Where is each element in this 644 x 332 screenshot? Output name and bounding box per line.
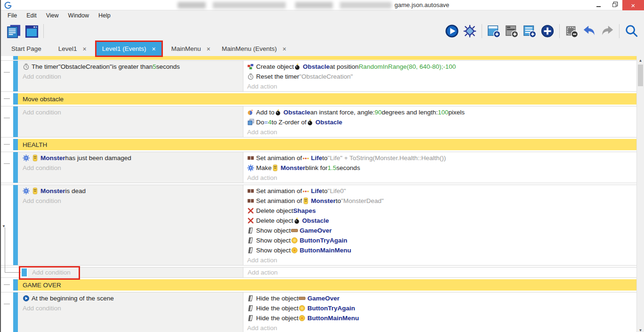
collapse-arrow-icon[interactable]: ▼ — [2, 224, 6, 228]
monster-icon — [32, 154, 39, 162]
delete-event-button[interactable] — [563, 22, 580, 40]
tab-start-page[interactable]: Start Page — [6, 41, 53, 56]
tab-level1[interactable]: Level1× — [53, 41, 92, 56]
add-subevent-button[interactable] — [503, 22, 521, 40]
redo-button[interactable] — [598, 22, 616, 40]
tab-bar: Start PageLevel1×Level1 (Events)×MainMen… — [1, 41, 644, 56]
scrollbar-thumb[interactable] — [638, 65, 643, 86]
create-object-icon — [247, 63, 254, 70]
event-handle[interactable] — [13, 152, 18, 183]
gameover-icon — [291, 227, 298, 234]
text-segment: to — [322, 187, 328, 194]
action-item[interactable]: Delete object Obstacle — [247, 216, 636, 226]
undo-button[interactable] — [580, 22, 598, 40]
subevent-handle[interactable] — [22, 268, 27, 276]
scene-editor-button[interactable] — [23, 22, 40, 40]
action-item[interactable]: Add to Obstacle an instant force, angle:… — [247, 107, 636, 117]
action-item[interactable]: Create object Obstacle at position Rando… — [247, 62, 636, 72]
action-item[interactable]: Set animation of Life to "Life" + ToStri… — [247, 153, 636, 163]
tab-close-icon[interactable]: × — [83, 45, 87, 53]
add-comment-button[interactable] — [521, 22, 539, 40]
action-item[interactable]: Show object ButtonTryAgain — [247, 235, 636, 245]
condition-item[interactable]: Monster is dead — [23, 186, 243, 196]
text-segment: to — [336, 197, 341, 204]
add-condition-button[interactable]: Add condition — [23, 196, 243, 206]
text-segment: is greater than — [112, 63, 153, 70]
action-item[interactable]: Hide the object ButtonTryAgain — [247, 303, 636, 313]
event-handle[interactable] — [13, 292, 18, 332]
subevent-row: ▼Add conditionAdd action — [1, 267, 636, 278]
animation-icon — [247, 197, 254, 204]
condition-item[interactable]: The timer "ObstacleCreation" is greater … — [23, 62, 243, 72]
add-condition-button[interactable]: Add condition — [23, 107, 243, 117]
add-action-button[interactable]: Add action — [247, 173, 636, 183]
vertical-scrollbar[interactable]: ▲▼ — [636, 56, 644, 332]
annotation-box-active-tab: Level1 (Events)× — [95, 40, 163, 57]
delete-event-icon — [564, 24, 579, 38]
event-handle[interactable] — [13, 93, 18, 105]
tab-mainmenu[interactable]: MainMenu× — [166, 41, 216, 56]
restore-button[interactable] — [606, 0, 622, 10]
comment-row: Move obstacle — [1, 93, 636, 105]
project-manager-button[interactable] — [5, 22, 23, 40]
action-item[interactable]: Hide the object ButtonMainMenu — [247, 313, 636, 323]
text-segment: Hide the object — [256, 295, 298, 302]
comment-banner[interactable]: GAME OVER — [18, 279, 636, 291]
add-condition-button[interactable]: Add condition — [23, 72, 243, 81]
scroll-down-button[interactable]: ▼ — [637, 327, 644, 332]
condition-item[interactable]: At the beginning of the scene — [23, 293, 243, 303]
event-handle[interactable] — [13, 139, 18, 150]
close-button[interactable]: × — [622, 0, 644, 10]
condition-item[interactable]: Monster has just been damaged — [23, 153, 243, 163]
text-segment: Set animation of — [256, 197, 302, 204]
actions-column: Set animation of Life to "Life0"Set anim… — [243, 185, 636, 265]
event-handle[interactable] — [13, 56, 18, 60]
tab-close-icon[interactable]: × — [282, 45, 286, 53]
action-item[interactable]: Hide the object GameOver — [247, 293, 636, 303]
action-item[interactable]: Set animation of Life to "Life0" — [247, 186, 636, 196]
add-condition-button[interactable]: Add condition — [32, 267, 71, 277]
action-item[interactable]: Do = 4 to Z-order of Obstacle — [247, 117, 636, 127]
event-handle[interactable] — [13, 106, 18, 137]
tab-mainmenu-events-[interactable]: MainMenu (Events)× — [216, 41, 292, 56]
menu-item-help[interactable]: Help — [94, 12, 115, 19]
add-action-button[interactable]: Add action — [247, 127, 636, 137]
search-button[interactable] — [622, 22, 640, 40]
z-order-icon — [247, 119, 254, 126]
event-handle[interactable] — [13, 185, 18, 265]
comment-banner[interactable]: HEALTH — [18, 139, 636, 150]
menu-item-window[interactable]: Window — [64, 12, 94, 19]
action-item[interactable]: Delete object Shapes — [247, 206, 636, 216]
add-condition-button[interactable]: Add condition — [23, 163, 243, 173]
add-action-button[interactable]: Add action — [248, 267, 278, 277]
gutter-tick — [4, 163, 10, 164]
debug-button[interactable] — [461, 22, 479, 40]
action-item[interactable]: Reset the timer "ObstacleCreation" — [247, 72, 636, 81]
menu-item-view[interactable]: View — [41, 12, 64, 19]
add-action-button[interactable]: Add action — [247, 81, 636, 91]
behavior-gear-icon — [247, 164, 254, 171]
play-button[interactable] — [443, 22, 461, 40]
add-event-button[interactable] — [485, 22, 503, 40]
scroll-up-button[interactable]: ▲ — [637, 57, 644, 64]
event-handle[interactable] — [13, 61, 18, 91]
comment-banner[interactable]: Move obstacle — [18, 93, 636, 105]
tab-level1-events-[interactable]: Level1 (Events)× — [97, 42, 161, 56]
tab-close-icon[interactable]: × — [207, 45, 210, 53]
minimize-button[interactable] — [590, 0, 606, 10]
add-condition-button[interactable]: Add condition — [23, 303, 243, 313]
add-action-button[interactable]: Add action — [247, 255, 636, 265]
menu-item-file[interactable]: File — [3, 12, 22, 19]
action-item[interactable]: Set animation of Monster to "MonsterDead… — [247, 196, 636, 206]
tab-close-icon[interactable]: × — [152, 45, 156, 53]
action-item[interactable]: Show object ButtonMainMenu — [247, 245, 636, 255]
event-handle[interactable] — [13, 279, 18, 291]
action-item[interactable]: Show object GameOver — [247, 226, 636, 235]
text-segment: Show object — [256, 237, 291, 244]
add-circle-button[interactable] — [539, 22, 556, 40]
add-action-button[interactable]: Add action — [247, 323, 636, 332]
gutter-tick — [4, 304, 10, 304]
menu-item-edit[interactable]: Edit — [22, 12, 41, 19]
action-item[interactable]: Make Monster blink for 1.5 seconds — [247, 163, 636, 173]
text-segment: Monster — [281, 164, 306, 171]
